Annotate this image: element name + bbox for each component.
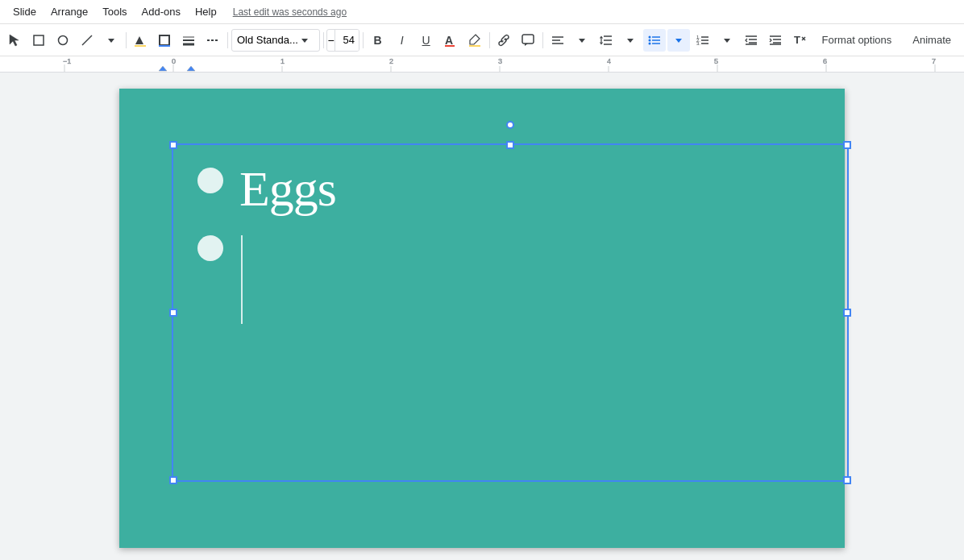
numbered-list-icon: 1. 2. 3. bbox=[696, 33, 710, 48]
handle-top-right[interactable] bbox=[843, 141, 851, 149]
bullets-icon bbox=[647, 33, 662, 48]
svg-text:1: 1 bbox=[280, 57, 285, 65]
font-family-label: Old Standa... bbox=[237, 34, 298, 46]
animate-button[interactable]: Animate bbox=[903, 29, 961, 52]
slide-canvas[interactable]: Eggs bbox=[119, 89, 845, 548]
text-color-icon: A bbox=[443, 33, 458, 48]
highlight-color-button[interactable] bbox=[463, 29, 486, 52]
shape-tool-button[interactable] bbox=[27, 29, 50, 52]
svg-marker-20 bbox=[579, 39, 585, 43]
circle-tool-button[interactable] bbox=[52, 29, 74, 52]
bullet-text-1[interactable]: Eggs bbox=[239, 161, 336, 216]
italic-button[interactable]: I bbox=[391, 29, 413, 52]
svg-text:2: 2 bbox=[389, 57, 393, 65]
link-button[interactable] bbox=[492, 29, 515, 52]
bullets-chevron-icon bbox=[675, 37, 682, 44]
border-color-icon bbox=[157, 33, 172, 48]
svg-text:3.: 3. bbox=[696, 41, 700, 46]
line-tool-button[interactable] bbox=[76, 29, 98, 52]
fill-color-icon bbox=[133, 33, 148, 48]
menu-tools[interactable]: Tools bbox=[96, 2, 133, 21]
fill-color-button[interactable] bbox=[129, 29, 152, 52]
svg-text:A: A bbox=[445, 34, 453, 47]
last-edit-indicator: Last edit was seconds ago bbox=[233, 6, 347, 18]
align-options-button[interactable] bbox=[571, 29, 593, 52]
text-color-button[interactable]: A bbox=[439, 29, 462, 52]
border-weight-icon bbox=[181, 33, 196, 48]
svg-text:7: 7 bbox=[932, 57, 936, 65]
link-icon bbox=[497, 33, 511, 48]
rotation-handle[interactable] bbox=[506, 121, 514, 129]
text-box[interactable]: Eggs bbox=[172, 143, 849, 482]
svg-marker-12 bbox=[301, 39, 308, 43]
handle-top-center[interactable] bbox=[506, 141, 514, 149]
handle-middle-left[interactable] bbox=[169, 309, 177, 317]
bullet-circle-2 bbox=[197, 235, 223, 261]
select-tool-button[interactable] bbox=[3, 29, 26, 52]
svg-rect-5 bbox=[135, 45, 146, 47]
menu-help[interactable]: Help bbox=[189, 2, 223, 21]
svg-text:T: T bbox=[794, 34, 800, 46]
svg-rect-15 bbox=[469, 45, 480, 47]
border-dash-button[interactable] bbox=[202, 29, 224, 52]
bullet-circle-1 bbox=[197, 168, 223, 193]
format-options-button[interactable]: Format options bbox=[812, 29, 902, 52]
text-cursor bbox=[241, 235, 243, 324]
align-button[interactable] bbox=[546, 29, 569, 52]
numbered-list-button[interactable]: 1. 2. 3. bbox=[692, 29, 714, 52]
bullets-options-button[interactable] bbox=[667, 29, 690, 52]
svg-marker-24 bbox=[627, 39, 634, 43]
svg-rect-7 bbox=[159, 45, 170, 47]
bold-button[interactable]: B bbox=[367, 29, 389, 52]
underline-button[interactable]: U bbox=[415, 29, 438, 52]
ruler-svg: −1 0 1 2 3 4 5 6 7 bbox=[0, 56, 964, 73]
svg-rect-50 bbox=[0, 56, 964, 73]
svg-text:−1: −1 bbox=[63, 57, 71, 65]
line-spacing-options-button[interactable] bbox=[619, 29, 642, 52]
font-size-input[interactable] bbox=[334, 30, 360, 51]
bullet-item-1: Eggs bbox=[197, 161, 831, 216]
menu-bar: Slide Arrange Tools Add-ons Help Last ed… bbox=[0, 0, 964, 24]
align-icon bbox=[551, 33, 565, 48]
menu-arrange[interactable]: Arrange bbox=[44, 2, 94, 21]
clear-formatting-button[interactable]: T bbox=[788, 29, 811, 52]
svg-marker-31 bbox=[675, 39, 682, 43]
indent-increase-button[interactable] bbox=[764, 29, 787, 52]
handle-middle-right[interactable] bbox=[843, 309, 851, 317]
border-weight-button[interactable] bbox=[177, 29, 200, 52]
line-spacing-icon bbox=[599, 33, 613, 48]
comment-icon bbox=[521, 33, 535, 48]
handle-bottom-right[interactable] bbox=[843, 476, 851, 484]
shape-icon bbox=[32, 34, 45, 47]
highlight-icon bbox=[467, 33, 482, 48]
svg-text:6: 6 bbox=[823, 57, 827, 65]
line-spacing-button[interactable] bbox=[595, 29, 617, 52]
handle-bottom-left[interactable] bbox=[169, 476, 177, 484]
toolbar: Old Standa... − + B I U A bbox=[0, 24, 964, 56]
bullets-button[interactable] bbox=[643, 29, 666, 52]
svg-marker-4 bbox=[108, 39, 114, 43]
menu-addons[interactable]: Add-ons bbox=[135, 2, 187, 21]
circle-icon bbox=[56, 34, 69, 47]
border-color-button[interactable] bbox=[153, 29, 176, 52]
svg-marker-38 bbox=[724, 39, 730, 43]
svg-text:4: 4 bbox=[607, 57, 611, 65]
comment-button[interactable] bbox=[517, 29, 539, 52]
font-family-select[interactable]: Old Standa... bbox=[231, 29, 320, 52]
svg-point-29 bbox=[648, 42, 650, 44]
menu-slide[interactable]: Slide bbox=[6, 2, 43, 21]
decrease-font-button[interactable]: − bbox=[327, 29, 334, 52]
svg-rect-16 bbox=[522, 35, 534, 44]
align-chevron-icon bbox=[579, 37, 585, 44]
indent-decrease-button[interactable] bbox=[740, 29, 762, 52]
slide-content: Eggs bbox=[173, 145, 847, 480]
numbered-list-options-button[interactable] bbox=[716, 29, 738, 52]
handle-top-left[interactable] bbox=[169, 141, 177, 149]
line-options-button[interactable] bbox=[100, 29, 123, 52]
svg-rect-1 bbox=[34, 35, 44, 45]
indent-increase-icon bbox=[768, 33, 783, 48]
svg-marker-0 bbox=[10, 35, 19, 46]
svg-point-27 bbox=[648, 39, 650, 41]
line-icon bbox=[81, 34, 93, 47]
indent-decrease-icon bbox=[744, 33, 758, 48]
